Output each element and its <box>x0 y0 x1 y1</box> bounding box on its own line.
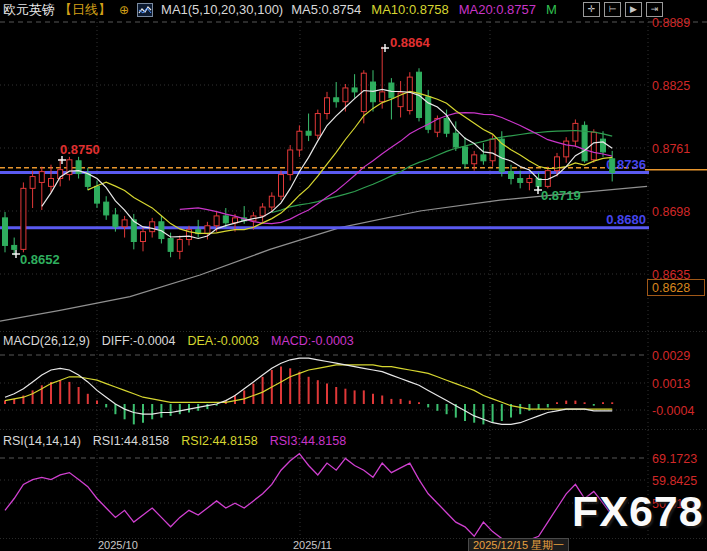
ma-readout: MA10:0.8758 <box>371 2 448 17</box>
candle-body <box>269 196 274 207</box>
time-axis[interactable]: 2025/102025/112025/12/15 星期一 <box>0 538 707 551</box>
candle-body <box>297 131 302 150</box>
candle-body <box>610 159 615 173</box>
rsi-indicator-label[interactable]: RSI(14,14,14)RSI1:44.8158RSI2:44.8158RSI… <box>3 434 346 448</box>
candle-body <box>141 232 146 242</box>
price-annotation: 0.8864 <box>390 35 431 50</box>
candle-body <box>49 179 54 187</box>
price-annotation: 0.8652 <box>20 252 60 267</box>
candle-body <box>95 186 100 203</box>
indicator-readout: RSI3:44.8158 <box>270 434 346 448</box>
indicator-readout: RSI(14,14,14) <box>3 434 81 448</box>
price-marker-label: 0.8628 <box>652 281 690 295</box>
candle-body <box>472 155 477 164</box>
candle-body <box>12 245 17 249</box>
candle-body <box>315 114 320 136</box>
candle-body <box>168 239 173 252</box>
price-axis-label: 0.8698 <box>652 205 690 219</box>
macd-axis-label: 0.0029 <box>652 349 690 363</box>
candle-body <box>352 88 357 92</box>
candle-body <box>490 139 495 161</box>
candle-body <box>463 147 468 164</box>
candle-body <box>564 141 569 157</box>
chart-window: 欧元英镑 【日线】 ⊕ MA1(5,10,20,30,100) MA5:0.87… <box>0 0 707 551</box>
candle-body <box>177 240 182 252</box>
candle-body <box>453 133 458 147</box>
price-axis-label: 0.8889 <box>652 16 690 30</box>
candle-body <box>343 88 348 102</box>
candle-body <box>214 216 219 226</box>
rsi-axis-label: 69.1723 <box>652 452 697 466</box>
move-crosshair-icon[interactable]: ✛ <box>583 2 600 17</box>
chart-toolbar: ✛⊢▶⇥ <box>583 2 663 17</box>
candle-body <box>113 215 118 227</box>
chart-plot-area[interactable]: 0.88890.88250.87610.86980.86350.87360.86… <box>0 0 707 551</box>
ma-readouts: MA5:0.8754MA10:0.8758MA20:0.8757M <box>291 2 567 17</box>
date-label: 2025/10 <box>98 539 138 551</box>
price-annotation: 0.8719 <box>541 188 581 203</box>
rsi-axis-label: 59.8425 <box>652 474 697 488</box>
candle-body <box>205 226 210 234</box>
period-label[interactable]: 【日线】 <box>59 1 111 19</box>
chart-header: 欧元英镑 【日线】 ⊕ MA1(5,10,20,30,100) MA5:0.87… <box>3 1 567 18</box>
candle-body <box>39 172 44 183</box>
indicator-readout: RSI1:44.8158 <box>93 434 169 448</box>
undock-panel-icon[interactable]: ⇥ <box>646 2 663 17</box>
ma-settings-label[interactable]: MA1(5,10,20,30,100) <box>161 2 283 17</box>
price-annotation: 0.8750 <box>60 142 100 157</box>
macd-axis-label: 0.0013 <box>652 377 690 391</box>
macd-axis-label: -0.0004 <box>652 404 694 418</box>
candle-body <box>380 92 385 102</box>
chart-type-icon[interactable] <box>137 3 153 17</box>
add-indicator-icon[interactable]: ⊕ <box>119 3 129 17</box>
candle-body <box>30 177 35 189</box>
candle-body <box>591 132 596 160</box>
indicator-readout: RSI2:44.8158 <box>181 434 257 448</box>
candle-body <box>481 155 486 161</box>
ma-readout: MA20:0.8757 <box>459 2 536 17</box>
date-label: 2025/11 <box>293 539 332 551</box>
candle-body <box>131 220 136 242</box>
candle-body <box>233 218 238 223</box>
auto-scroll-icon[interactable]: ▶ <box>625 2 642 17</box>
selected-date-label: 2025/12/15 星期一 <box>468 538 569 551</box>
candle-body <box>518 179 523 183</box>
indicator-readout: MACD:-0.0003 <box>271 334 354 348</box>
candle-body <box>573 123 578 141</box>
price-axis-label: 0.8825 <box>652 79 690 93</box>
candle-body <box>3 218 8 246</box>
candle-body <box>288 150 293 175</box>
candle-body <box>509 172 514 179</box>
candle-body <box>407 77 412 110</box>
ma-readout: M <box>546 2 557 17</box>
axis-scale-icon[interactable]: ⊢ <box>604 2 621 17</box>
indicator-readout: DIFF:-0.0004 <box>102 334 176 348</box>
ma10-line <box>88 91 612 233</box>
candle-body <box>150 222 155 232</box>
candle-body <box>306 131 311 135</box>
candle-body <box>122 220 127 227</box>
support-line-label: 0.8680 <box>606 212 646 227</box>
candle-body <box>104 202 109 215</box>
candle-body <box>444 118 449 133</box>
candle-body <box>223 216 228 223</box>
indicator-readout: DEA:-0.0003 <box>187 334 259 348</box>
candle-body <box>260 207 265 216</box>
candle-body <box>601 139 606 152</box>
candle-body <box>527 179 532 183</box>
candle-body <box>325 98 330 114</box>
macd-indicator-label[interactable]: MACD(26,12,9)DIFF:-0.0004DEA:-0.0003MACD… <box>3 334 354 348</box>
rsi-line <box>5 454 612 540</box>
indicator-readout: MACD(26,12,9) <box>3 334 90 348</box>
candle-body <box>279 175 284 197</box>
fx678-watermark: FX678 <box>572 487 704 536</box>
ma-readout: MA5:0.8754 <box>291 2 361 17</box>
symbol-name: 欧元英镑 <box>3 1 55 19</box>
price-axis-label: 0.8761 <box>652 142 690 156</box>
candle-body <box>21 188 26 249</box>
candle-body <box>85 174 90 187</box>
candle-body <box>334 98 339 102</box>
